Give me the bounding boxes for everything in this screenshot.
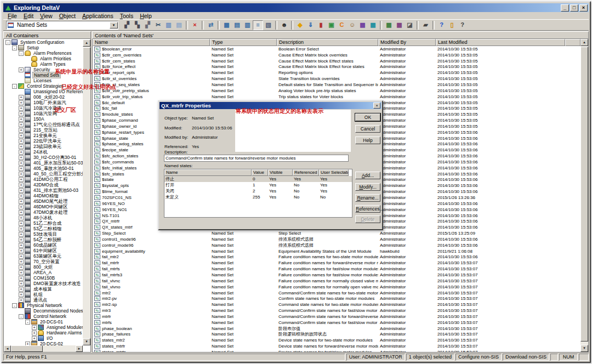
list-row[interactable]: ⇆$ctlr_votr_pretrip_statusNamed SetAnalo… [93,88,580,94]
small-icons-button[interactable]: ▤ [232,20,242,30]
user-manager-button[interactable]: ☻ [279,20,289,30]
tree-item[interactable]: +24冰机 [4,149,83,155]
list-row[interactable]: ⇆states_mtr2Named SetDevice state names … [93,337,580,343]
menu-applications[interactable]: Applications [79,13,117,19]
tree-item[interactable]: +通讯点 [4,297,83,303]
expand-toggle-icon[interactable]: + [19,237,24,242]
list-row[interactable]: ⇆$boolean_errorNamed SetBoolean Error Se… [93,46,580,52]
list-row[interactable]: ⇆$ctlr_report_optsNamed SetReporting opt… [93,70,580,76]
list-row[interactable]: ⇆$ctlr_cem_overridesNamed SetCause Effec… [93,52,580,58]
expand-toggle-icon[interactable]: + [32,331,37,335]
column-header-modified-by[interactable]: Modified By [378,39,436,46]
tree-item[interactable]: +22低甲洗单元 [4,138,83,144]
column-header-type[interactable]: Type [210,39,277,46]
expand-toggle-icon[interactable]: + [19,139,24,144]
menu-edit[interactable]: Edit [20,13,37,19]
list-row[interactable]: ⇆fail_mtr2Named SetFailure condition nam… [93,254,580,260]
named-state-row[interactable]: 打开1YesNoYes [164,182,352,188]
states-column-value[interactable]: Value [252,169,268,176]
list-row[interactable]: ⇆$ctlr_votr_trip_statusNamed SetTrip sta… [93,94,580,100]
expand-toggle-icon[interactable]: + [19,248,24,253]
states-column-referenced[interactable]: Referenced [293,169,319,176]
collapse-toggle-icon[interactable]: - [12,303,17,308]
tree-item[interactable]: +机组 [4,292,83,297]
tree-item[interactable]: +008_火炬20-02 [4,94,83,100]
expand-toggle-icon[interactable]: + [19,276,24,281]
list-row[interactable]: ⇆$ctlr_st_seq_statesNamed SetDefault sta… [93,82,580,88]
expand-toggle-icon[interactable]: + [19,172,24,177]
close-button[interactable]: × [579,4,588,12]
expand-toggle-icon[interactable]: + [19,270,24,275]
tree-item[interactable]: -20-DCS-01 [4,319,83,325]
tree-hscroll-thumb[interactable] [11,345,43,352]
description-field[interactable]: Command/Confirm state names for forward/… [164,155,349,162]
tree-item[interactable]: +20-DCS-02 [4,341,83,345]
states-column-user-selectable[interactable]: User Selectable [319,169,349,176]
references-button[interactable]: References... [355,205,380,213]
expand-toggle-icon[interactable]: + [19,254,24,259]
tree-item[interactable]: -System Configuration [4,39,83,45]
list-row[interactable]: ⇆$ctlr_st_overridesNamed SetState Transi… [93,76,580,82]
table-view-1-button[interactable]: ▦ [384,20,394,30]
scroll-left-icon[interactable]: ◄ [4,345,11,352]
menu-tools[interactable]: Tools [117,13,137,19]
list-vertical-scrollbar[interactable]: ▲ ▼ [580,39,588,352]
explorer-view-3-button[interactable]: ▞ [143,20,153,30]
module-grid-button[interactable]: ▦ [357,20,368,30]
named-state-row[interactable]: 未定义255YesNoNo [164,194,352,200]
list-row[interactable]: ⇆fail_vlvnoNamed SetFailure condition na… [93,284,580,290]
expand-toggle-icon[interactable]: + [32,325,37,330]
help-button[interactable]: ? [436,20,447,30]
expand-toggle-icon[interactable]: + [32,336,37,341]
named-state-row[interactable]: 关闭2YesNoYes [164,188,352,194]
tree-item[interactable]: Decommissioned Nodes [4,308,83,314]
add-button[interactable]: Add... [355,172,380,179]
tree-item[interactable]: Alarm Types [4,61,83,67]
tree-item[interactable]: +Assigned Modules [4,325,83,330]
tree-item[interactable]: +54乙二醇脱醛 [4,237,83,242]
expand-toggle-icon[interactable]: + [19,194,24,198]
tree-item[interactable]: +70_空分装置 [4,259,83,264]
tree-item[interactable]: +23硫回收单元 [4,144,83,149]
status-download-mode[interactable]: Download non-SIS [503,354,549,361]
tree-item[interactable]: +61中间罐区 [4,248,83,253]
preview-button[interactable]: ▧ [263,20,274,30]
maximize-button[interactable]: □ [570,4,578,12]
expand-toggle-icon[interactable]: + [25,342,30,346]
tree-item[interactable]: +41DMO公用工程 [4,177,83,182]
tree-item[interactable]: Alarm Priorities [4,56,83,61]
history-button[interactable]: ◪ [405,20,415,30]
cut-button[interactable]: ✂ [153,20,163,30]
expand-toggle-icon[interactable]: + [19,144,24,149]
tree-item[interactable]: +60成品罐区 [4,242,83,248]
tree-item[interactable]: +AREA_A [4,270,83,275]
replace-button[interactable]: ⇄ [206,20,216,30]
details-view-button[interactable]: ≡ [253,20,263,30]
expand-toggle-icon[interactable]: + [19,67,24,72]
scroll-right-icon[interactable]: ► [76,345,83,352]
explorer-view-1-button[interactable]: ▞ [122,20,132,30]
column-header-name[interactable]: Name [93,39,210,46]
expand-toggle-icon[interactable]: + [19,183,24,187]
tree-item[interactable]: +53乙二醇精馏 [4,226,83,231]
container-combo[interactable]: Named Sets ▼ [6,21,118,30]
tree-item[interactable]: +215_空压站 [4,127,83,133]
column-header-description[interactable]: Description [277,39,378,46]
tree-item[interactable]: +47DMO废水处理 [4,209,83,215]
tree-item[interactable]: +63装罐区单元 [4,253,83,259]
menu-object[interactable]: Object [56,13,79,19]
menu-file[interactable]: File [4,13,20,19]
tree-item[interactable]: +48小冰机 [4,215,83,220]
menu-help[interactable]: Help [136,13,155,19]
tree-item[interactable]: +DMO装置废水技术改造 [4,281,83,286]
collapse-toggle-icon[interactable]: - [25,320,30,325]
expand-toggle-icon[interactable]: + [19,95,24,100]
expand-toggle-icon[interactable]: + [19,281,24,286]
expand-toggle-icon[interactable]: + [19,161,24,166]
tree-item[interactable]: +44DMO精馏 [4,193,83,198]
collapse-toggle-icon[interactable]: - [19,51,24,56]
scroll-down-icon[interactable]: ▼ [83,338,90,345]
list-row[interactable]: ⇆control1_mode96Named Set排渣系统模式选择Adminis… [93,236,580,242]
context-help-button[interactable]: ? [457,20,468,30]
film-button[interactable]: ▰ [420,20,431,30]
